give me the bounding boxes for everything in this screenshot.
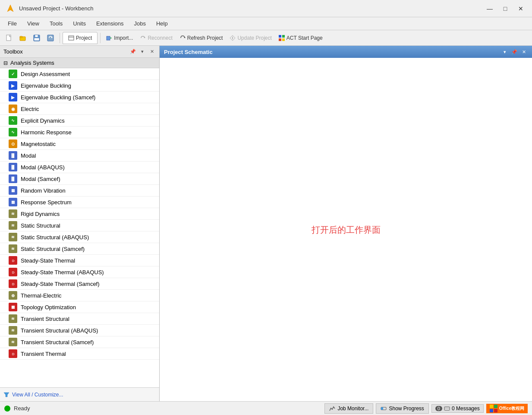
menu-jobs[interactable]: Jobs (129, 19, 150, 29)
static-structural-samcef-icon: ≋ (9, 244, 17, 253)
reconnect-button[interactable]: Reconnect (137, 32, 175, 44)
list-item[interactable]: ≋ Transient Structural (ABAQUS) (0, 325, 159, 336)
list-item[interactable]: ▶ Eigenvalue Buckling (Samcef) (0, 92, 159, 103)
item-label: Topology Optimization (21, 304, 76, 310)
messages-badge[interactable]: 0 0 Messages (431, 404, 484, 413)
item-label: Steady-State Thermal (ABAQUS) (21, 269, 104, 276)
toolbox-pin-button[interactable]: 📌 (129, 48, 137, 56)
item-label: Steady-State Thermal (21, 257, 75, 264)
list-item[interactable]: ▐▌ Modal (Samcef) (0, 173, 159, 185)
list-item[interactable]: ≋ Rigid Dynamics (0, 208, 159, 220)
update-project-button[interactable]: Update Project (227, 32, 274, 44)
status-bar: Ready Job Monitor... Show Progress 0 0 M… (0, 401, 532, 415)
office-logo[interactable]: Office教程网 (486, 404, 528, 413)
minimize-button[interactable]: — (484, 3, 496, 14)
svg-marker-21 (4, 393, 9, 397)
toolbar-sep-2 (100, 33, 101, 43)
save-icon (33, 35, 40, 41)
list-item[interactable]: ⟥ Steady-State Thermal (ABAQUS) (0, 266, 159, 278)
list-item[interactable]: ▦ Random Vibration (0, 185, 159, 196)
item-label: Transient Thermal (21, 351, 66, 357)
item-label: Eigenvalue Buckling (21, 82, 71, 89)
office-icon (490, 405, 497, 412)
item-label: Steady-State Thermal (Samcef) (21, 281, 100, 287)
toolbar: Project Import... Reconnect Refresh Proj… (0, 30, 532, 46)
list-item[interactable]: ≋ Transient Structural (Samcef) (0, 336, 159, 348)
menu-help[interactable]: Help (152, 19, 172, 29)
transient-structural-samcef-icon: ≋ (9, 338, 17, 346)
close-button[interactable]: ✕ (515, 3, 527, 14)
list-item[interactable]: ▦ Response Spectrum (0, 196, 159, 208)
toolbox-close-button[interactable]: ✕ (148, 48, 156, 56)
refresh-save-button[interactable] (44, 32, 57, 44)
schematic-header: Project Schematic ▾ 📌 ✕ (160, 46, 532, 58)
list-item[interactable]: ▐▌ Modal (0, 150, 159, 162)
toolbar-sep-1 (60, 33, 60, 43)
static-structural-abaqus-icon: ≋ (9, 233, 17, 241)
menu-view[interactable]: View (23, 19, 44, 29)
messages-label: 0 Messages (452, 405, 480, 412)
save-button[interactable] (30, 32, 43, 44)
list-item[interactable]: ≋ Static Structural (ABAQUS) (0, 231, 159, 243)
schematic-close-button[interactable]: ✕ (520, 48, 528, 56)
item-label: Static Structural (21, 222, 60, 229)
eigenvalue-buckling-samcef-icon: ▶ (9, 93, 17, 101)
import-button[interactable]: Import... (103, 32, 136, 44)
item-label: Random Vibration (21, 187, 66, 194)
svg-rect-11 (107, 36, 110, 40)
act-start-page-button[interactable]: ACT Start Page (276, 32, 326, 44)
item-label: Modal (ABAQUS) (21, 164, 65, 171)
list-item[interactable]: ⟥ Transient Thermal (0, 348, 159, 360)
list-item[interactable]: ⊕ Thermal-Electric (0, 290, 159, 301)
refresh-project-button[interactable]: Refresh Project (176, 32, 226, 44)
toolbox-arrow-button[interactable]: ▾ (139, 48, 146, 56)
menu-bar: File View Tools Units Extensions Jobs He… (0, 17, 532, 30)
new-button[interactable] (3, 32, 16, 44)
open-button[interactable] (16, 32, 29, 44)
menu-extensions[interactable]: Extensions (92, 19, 128, 29)
list-item[interactable]: ▶ Eigenvalue Buckling (0, 80, 159, 92)
analysis-systems-header[interactable]: ⊟ Analysis Systems (0, 58, 159, 68)
toolbox-list: ⊟ Analysis Systems ✓ Design Assessment ▶… (0, 58, 159, 387)
open-icon (19, 35, 26, 41)
list-item[interactable]: ∿ Explicit Dynamics (0, 115, 159, 127)
schematic-pin-button[interactable]: 📌 (510, 48, 518, 56)
list-item[interactable]: ⟥ Steady-State Thermal (Samcef) (0, 278, 159, 290)
modal-samcef-icon: ▐▌ (9, 174, 17, 183)
job-monitor-button[interactable]: Job Monitor... (324, 403, 373, 414)
project-tab-label: Project (76, 35, 92, 41)
schematic-header-controls: ▾ 📌 ✕ (501, 48, 528, 56)
item-label: Static Structural (Samcef) (21, 246, 85, 252)
show-progress-button[interactable]: Show Progress (376, 403, 428, 414)
list-item[interactable]: ▐▌ Modal (ABAQUS) (0, 162, 159, 173)
list-item[interactable]: ≋ Transient Structural (0, 313, 159, 325)
item-label: Eigenvalue Buckling (Samcef) (21, 94, 95, 101)
maximize-button[interactable]: □ (499, 3, 511, 14)
svg-rect-26 (490, 405, 493, 408)
view-all-link[interactable]: View All / Customize... (12, 392, 63, 398)
analysis-systems-label: Analysis Systems (10, 60, 54, 66)
transient-structural-abaqus-icon: ≋ (9, 326, 17, 335)
schematic-arrow-button[interactable]: ▾ (501, 48, 509, 56)
menu-file[interactable]: File (3, 19, 21, 29)
act-label: ACT Start Page (286, 35, 323, 41)
rigid-dynamics-icon: ≋ (9, 209, 17, 218)
list-item[interactable]: ▩ Topology Optimization (0, 301, 159, 313)
list-item[interactable]: ⟥ Steady-State Thermal (0, 255, 159, 266)
svg-rect-18 (282, 35, 285, 38)
toolbox-header: Toolbox 📌 ▾ ✕ (0, 46, 159, 58)
menu-units[interactable]: Units (69, 19, 90, 29)
list-item[interactable]: ≋ Static Structural (0, 220, 159, 231)
list-item[interactable]: ∿ Harmonic Response (0, 127, 159, 138)
list-item[interactable]: ✓ Design Assessment (0, 68, 159, 80)
svg-rect-6 (34, 38, 39, 41)
item-label: Static Structural (ABAQUS) (21, 234, 89, 241)
menu-tools[interactable]: Tools (45, 19, 67, 29)
job-monitor-label: Job Monitor... (337, 405, 368, 412)
list-item[interactable]: ⊙ Magnetostatic (0, 138, 159, 150)
progress-icon (381, 405, 387, 412)
list-item[interactable]: ≋ Static Structural (Samcef) (0, 243, 159, 255)
list-item[interactable]: ◉ Electric (0, 103, 159, 115)
modal-abaqus-icon: ▐▌ (9, 163, 17, 171)
project-tab[interactable]: Project (63, 32, 98, 44)
